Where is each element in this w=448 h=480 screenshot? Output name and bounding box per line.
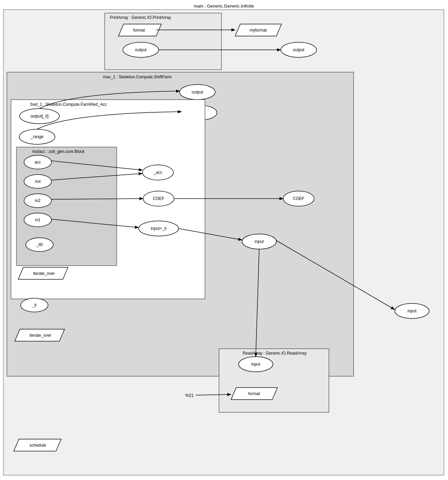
mav-input-label: input (255, 239, 264, 244)
percent21-label: %21 (185, 393, 194, 398)
schedule-label: schedule (30, 443, 46, 448)
printarray-label: PrintArray : Generic.IO.PrintArray (110, 15, 171, 20)
fred-output-it-label: output[_it] (31, 114, 49, 119)
mul-acc-label: acc (35, 160, 41, 165)
mul-in1-label: in1 (35, 217, 41, 222)
svg-rect-7 (219, 349, 329, 412)
mav-output-label: output (192, 90, 203, 94)
mav1-label: mav_1 : Skeleton.Compute.ShiftFarm (103, 75, 172, 79)
readarray-label: ReadArray : Generic.IO.ReadArray (243, 351, 307, 356)
main-output-label: output (293, 47, 305, 52)
mav-it-label: _it (32, 303, 37, 308)
acc-inner-label: _acc (153, 170, 162, 175)
ra-input-label: input (251, 362, 261, 367)
it0-label: _it0 (36, 242, 43, 247)
mul-out-label: out (35, 179, 41, 184)
fred-range-label: _range (30, 134, 44, 139)
mul-in2-label: in2 (35, 198, 41, 203)
fred1-label: fred_1 : Skeleton.Compute.FarmRed_Acc (31, 102, 107, 107)
diagram-svg: main : Generic.Generic.Infinite PrintArr… (0, 0, 448, 480)
ra-format-label: format (248, 391, 260, 396)
coef-inner-label: COEF (153, 196, 164, 201)
main-input-label: input (407, 309, 417, 313)
mulacc-label: mulacc : zoti_gen.core.Block (32, 149, 85, 154)
mav-iterate-over-label: iterate_over (30, 333, 51, 338)
input-plus-it-label: input+_it (151, 226, 166, 231)
svg-rect-1 (105, 13, 221, 70)
diagram-container: main : Generic.Generic.Infinite PrintArr… (0, 0, 448, 480)
coef-outer-label: COEF (293, 196, 304, 201)
pa-format-label: format (133, 28, 145, 33)
pa-output-label: output (135, 47, 147, 52)
myformat-label: myformat (250, 28, 267, 33)
main-title: main : Generic.Generic.Infinite (194, 3, 254, 9)
fred-iterate-over-label: iterate_over (33, 271, 55, 276)
